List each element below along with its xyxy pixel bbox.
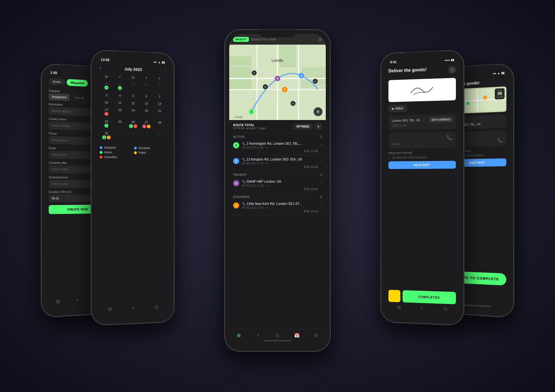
collapse-btn[interactable]: ∨ (315, 123, 322, 130)
map-search-input[interactable]: Search for a task (251, 37, 317, 41)
video-btn[interactable]: ▶ VIDEO (389, 105, 407, 112)
cal-day[interactable]: 21 (153, 108, 166, 118)
cal-day[interactable]: 2714 (140, 119, 153, 130)
task-address-3: 🔧 13 Kimpton Rd, London SE5 7EA, UK (242, 157, 318, 161)
cal-day[interactable]: 10 (100, 100, 113, 105)
nav-tasks-icon[interactable]: ⊞ (54, 298, 61, 305)
complete-after-input[interactable]: Select a date (49, 166, 92, 174)
cal-day[interactable]: 4 (113, 93, 127, 98)
screen-2: 13:56 ●● ▲ ▮▮ ‹ July 2023 › M T W T (95, 54, 170, 321)
cal-day[interactable]: 19 (127, 107, 140, 118)
cal-week-1: 264 274 28 29 30 (100, 80, 166, 93)
cal-day[interactable]: 4 (153, 131, 166, 141)
cal-day[interactable]: 31310 (100, 130, 113, 141)
cal-day[interactable]: 241 (100, 118, 113, 129)
phone-icon-5[interactable]: 📞 (497, 138, 503, 143)
transit-title: TRANSIT (233, 173, 247, 176)
filter-icon[interactable]: ⊟ (319, 37, 322, 42)
task-list: ROUTE TOTAL 29.39 km, an hour, 7 stops O… (229, 120, 326, 329)
nav3-cal-icon[interactable]: 📅 (294, 332, 300, 338)
cal-day[interactable]: 20 (140, 108, 153, 118)
cal-back-btn[interactable]: ‹ (100, 65, 101, 70)
wrench-icon-1: 🔧 (242, 142, 245, 145)
completed-btn[interactable]: COMPLETED (403, 290, 456, 304)
task-item-2[interactable]: 2 🔧 134a New Kent Rd, London SE1 6T... 0… (229, 200, 326, 215)
badge: 4 (147, 124, 151, 128)
map-container: 1 4 3 2 Londo ✕ ✕ (229, 34, 326, 120)
map-svg: 1 4 3 2 Londo ✕ ✕ (229, 34, 326, 120)
nav4-tasks-icon[interactable]: ⊞ (395, 304, 402, 310)
restart-btn[interactable]: RESTART (389, 161, 456, 169)
cal-day[interactable]: 28 (153, 120, 166, 130)
cal-forward-btn[interactable]: › (165, 68, 166, 73)
nav2-tasks-icon[interactable]: ⊞ (107, 306, 113, 312)
cal-day[interactable]: 7 (153, 94, 166, 100)
nav2-grid-icon[interactable]: ⊡ (153, 304, 160, 310)
svg-text:1: 1 (468, 102, 469, 105)
edit-address-btn[interactable]: EDIT ADDRESS (429, 117, 452, 123)
status-icons-4: ●●● ▮▮ (445, 58, 454, 62)
battery5-icon: ▮▮ (501, 71, 504, 75)
address-text: London SE1 7BL, UK (392, 118, 420, 122)
cal-day[interactable]: 13 (140, 101, 153, 106)
accepted-dot (134, 147, 137, 149)
contact-input[interactable]: Search contact (49, 121, 91, 130)
cal-day[interactable]: 3 (100, 92, 113, 98)
svg-text:✕: ✕ (264, 86, 266, 88)
timestamp-1: .2023 11:26 (392, 123, 452, 127)
nav2-add-icon[interactable]: + (130, 305, 137, 312)
phone-call-icon[interactable]: 📞 (446, 134, 452, 141)
cal-day[interactable]: 12 (127, 100, 140, 106)
cal-day[interactable]: 274 (113, 81, 127, 91)
badge: 10 (107, 135, 111, 139)
assignment-btn[interactable]: Assignment (49, 93, 69, 101)
cal-day[interactable]: 2611 (127, 119, 140, 129)
time-2: 13:56 (101, 58, 109, 62)
nav3-scan-icon[interactable]: ⊡ (274, 332, 281, 338)
cal-dow-row: M T W T F (100, 75, 166, 80)
legend-active: Active (100, 151, 132, 154)
task-item-4[interactable]: 4 🔧 GW4F+MP London, UK 08.08.2023 11:26 … (229, 177, 326, 193)
nav3-add-icon[interactable]: + (255, 332, 261, 338)
cal-day[interactable]: 5 (127, 93, 140, 99)
bottom-action-row: COMPLETED (389, 290, 456, 304)
nav3-tasks-icon[interactable]: ⊞ (236, 332, 242, 338)
cancelled-dot (100, 156, 102, 158)
waypoint-tab[interactable]: Waypoint (67, 79, 88, 87)
address-text-2: 134a New Kent Rd, London SE1 6T... (246, 202, 302, 206)
cal-day[interactable]: 1 (113, 131, 127, 141)
order-tab[interactable]: Order (49, 78, 65, 85)
nav-add-icon[interactable]: + (74, 297, 81, 304)
nav4-grid-icon[interactable]: ⊡ (442, 306, 448, 312)
screen-4: 9:41 ●●● ▮▮ Deliver the goods! ✕ (385, 54, 460, 321)
legend-accepted-label: Accepted (138, 146, 150, 149)
nav4-add-icon[interactable]: + (418, 305, 425, 312)
battery2-icon: ▮▮ (162, 61, 165, 64)
optimize-btn[interactable]: OPTIMIZE (293, 123, 313, 130)
route-total-bar: ROUTE TOTAL 29.39 km, an hour, 7 stops O… (229, 120, 326, 133)
wrench-icon-4: 🔧 (242, 180, 245, 183)
cal-day[interactable]: 172 (100, 107, 113, 117)
cal-day[interactable]: 3 (140, 131, 153, 141)
dropoff-btn[interactable]: Drop off (71, 95, 87, 102)
cal-day[interactable]: 28 (127, 81, 140, 92)
cal-day[interactable]: 18 (113, 107, 127, 117)
task-item-1[interactable]: 1 🔧 2 Kennington Rd, London SE1 7BL,... … (229, 139, 326, 155)
address-card: London SE1 7BL, UK EDIT ADDRESS .2023 11… (389, 114, 456, 130)
cal-day[interactable]: 30 (153, 82, 166, 92)
cal-day[interactable]: 14 (153, 101, 166, 107)
dow-t1: T (113, 75, 127, 79)
status-icons-2: ●● ▲ ▮▮ (153, 60, 165, 64)
yellow-action-box[interactable] (389, 290, 400, 302)
cal-day[interactable]: 2 (127, 131, 140, 141)
cal-day[interactable]: 25 (113, 119, 127, 129)
legend-active-label: Active (104, 151, 112, 154)
cal-day[interactable]: 264 (100, 80, 113, 91)
nav3-settings-icon[interactable]: ⚙ (313, 332, 319, 338)
wrench-icon-2: 🔧 (242, 202, 245, 205)
close-btn[interactable]: ✕ (448, 66, 456, 73)
cal-day[interactable]: 29 (140, 82, 153, 92)
cal-day[interactable]: 6 (140, 93, 153, 99)
cal-day[interactable]: 11 (113, 100, 127, 106)
task-item-3[interactable]: 3 🔧 13 Kimpton Rd, London SE5 7EA, UK 08… (229, 155, 326, 171)
